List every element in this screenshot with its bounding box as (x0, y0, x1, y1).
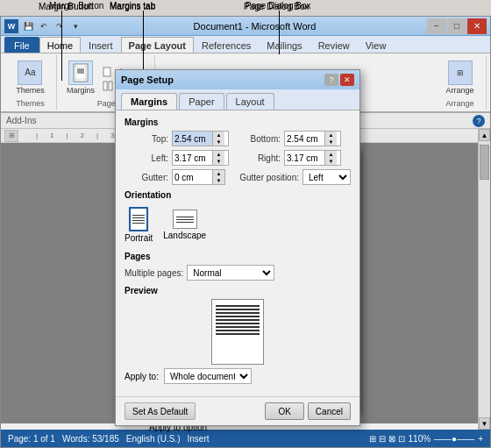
gutter-input[interactable] (173, 170, 212, 184)
gutter-pos-label: Gutter position: (229, 173, 299, 182)
landscape-option[interactable]: Landscape (163, 210, 206, 240)
dialog-tab-layout[interactable]: Layout (226, 93, 274, 110)
bottom-up-btn[interactable]: ▲ (325, 132, 337, 139)
zoom-in-btn[interactable]: + (478, 434, 483, 444)
ok-cancel-group: OK Cancel (265, 402, 351, 420)
margin-button-label: Margin Button (49, 1, 103, 11)
view-icons: ⊞ ⊟ ⊠ ⊡ (369, 434, 404, 444)
status-bar: Page: 1 of 1 Words: 53/185 English (U.S.… (1, 430, 490, 447)
arrange-button[interactable]: ⊞ Arrange (443, 59, 476, 96)
right-input[interactable] (285, 151, 324, 165)
maximize-btn[interactable]: □ (447, 18, 466, 34)
scroll-down-btn[interactable]: ▼ (479, 417, 490, 430)
preview-box (211, 299, 264, 365)
close-btn[interactable]: ✕ (467, 18, 487, 34)
preview-line (216, 312, 260, 314)
bottom-input[interactable] (285, 132, 324, 146)
landscape-label: Landscape (163, 231, 206, 240)
arrange-icon: ⊞ (448, 60, 473, 85)
margins-button[interactable]: Margins (64, 59, 97, 96)
window-title: Document1 - Microsoft Word (194, 21, 317, 32)
arrange-group-label: Arrange (445, 97, 473, 108)
right-up-btn[interactable]: ▲ (325, 151, 337, 158)
tab-view[interactable]: View (358, 37, 395, 53)
left-up-btn[interactable]: ▲ (213, 151, 224, 158)
portrait-line (132, 215, 145, 216)
tab-insert[interactable]: Insert (81, 37, 121, 53)
redo-qat-btn[interactable]: ↷ (53, 20, 67, 32)
save-qat-btn[interactable]: 💾 (21, 20, 35, 32)
gutter-pos-select[interactable]: Left (302, 169, 351, 185)
set-default-button[interactable]: Set As Default (125, 402, 196, 420)
preview-label: Preview (125, 286, 351, 295)
portrait-line (132, 217, 145, 218)
cancel-button[interactable]: Cancel (308, 402, 351, 420)
top-input[interactable] (173, 132, 212, 146)
dialog-tab-paper[interactable]: Paper (179, 93, 224, 110)
portrait-lines (131, 213, 146, 225)
tab-home[interactable]: Home (39, 37, 81, 53)
gutter-input-group: ▲ ▼ (172, 169, 225, 185)
multiple-pages-row: Multiple pages: Normal (125, 265, 351, 281)
ruler-mark: | (96, 132, 98, 139)
undo-qat-btn[interactable]: ↶ (37, 20, 51, 32)
margin-btn-arrow-line (61, 11, 62, 81)
left-down-btn[interactable]: ▼ (213, 158, 224, 165)
themes-button[interactable]: Aa Themes (13, 59, 47, 96)
right-spinner: ▲ ▼ (324, 151, 337, 165)
left-input-group: ▲ ▼ (172, 150, 229, 166)
multiple-pages-select[interactable]: Normal (187, 265, 274, 281)
apply-to-row: Apply to: Whole document (125, 368, 351, 384)
scroll-up-btn[interactable]: ▲ (479, 129, 490, 141)
margins-icon (68, 60, 93, 85)
gutter-down-btn[interactable]: ▼ (213, 177, 224, 184)
dialog-tab-margins[interactable]: Margins (121, 93, 177, 110)
landscape-line (176, 219, 194, 220)
word-icon: W (4, 19, 18, 33)
left-input[interactable] (173, 151, 212, 165)
tab-review[interactable]: Review (310, 37, 358, 53)
vertical-scrollbar[interactable]: ▲ ▼ (478, 129, 490, 430)
tab-mailings[interactable]: Mailings (259, 37, 310, 53)
landscape-lines (174, 215, 196, 224)
margins-tab-arrow-line (143, 11, 144, 70)
multiple-pages-label: Multiple pages: (125, 268, 183, 278)
right-input-group: ▲ ▼ (284, 150, 341, 166)
zoom-slider[interactable]: ——●—— (434, 434, 474, 444)
ok-button[interactable]: OK (265, 402, 303, 420)
ribbon-group-themes: Aa Themes Themes (4, 55, 57, 110)
tab-file[interactable]: File (4, 37, 39, 53)
bottom-down-btn[interactable]: ▼ (325, 139, 337, 146)
margins-tab-label: Margins tab (110, 1, 155, 11)
page-group-label: Page (97, 97, 116, 108)
language: English (U.S.) (126, 434, 181, 444)
gutter-up-btn[interactable]: ▲ (213, 170, 224, 177)
preview-line (216, 305, 260, 307)
arrange-group-content: ⊞ Arrange (443, 57, 476, 97)
dialog-close-btn[interactable]: ✕ (340, 74, 354, 86)
bottom-label: Bottom: (232, 134, 281, 144)
top-down-btn[interactable]: ▼ (213, 139, 224, 146)
arrange-btn-label: Arrange (445, 86, 473, 95)
tab-references[interactable]: References (194, 37, 259, 53)
apply-to-select[interactable]: Whole document (164, 368, 252, 384)
ruler-mark: 3 (110, 132, 114, 139)
annotations-top: Margin Button Margins tab Page Dialog Bo… (0, 0, 491, 16)
right-down-btn[interactable]: ▼ (325, 158, 337, 165)
portrait-option[interactable]: Portrait (125, 207, 153, 243)
scroll-thumb[interactable] (480, 145, 489, 180)
tab-page-layout[interactable]: Page Layout (121, 37, 194, 53)
word-window: W 💾 ↶ ↷ ▾ Document1 - Microsoft Word − □… (0, 16, 491, 448)
gutter-spinner: ▲ ▼ (212, 170, 224, 184)
top-up-btn[interactable]: ▲ (213, 132, 224, 139)
qat-dropdown-btn[interactable]: ▾ (68, 20, 82, 32)
dialog-help-btn[interactable]: ? (324, 74, 338, 86)
top-input-group: ▲ ▼ (172, 131, 229, 146)
minimize-btn[interactable]: − (427, 18, 446, 34)
help-icon[interactable]: ? (473, 115, 485, 127)
zoom-level: 110% (409, 434, 431, 444)
orientation-section: Orientation Portrait (125, 190, 351, 246)
page-dialog-arrow-line (279, 11, 280, 54)
preview-line (216, 319, 260, 321)
preview-line (216, 316, 260, 317)
